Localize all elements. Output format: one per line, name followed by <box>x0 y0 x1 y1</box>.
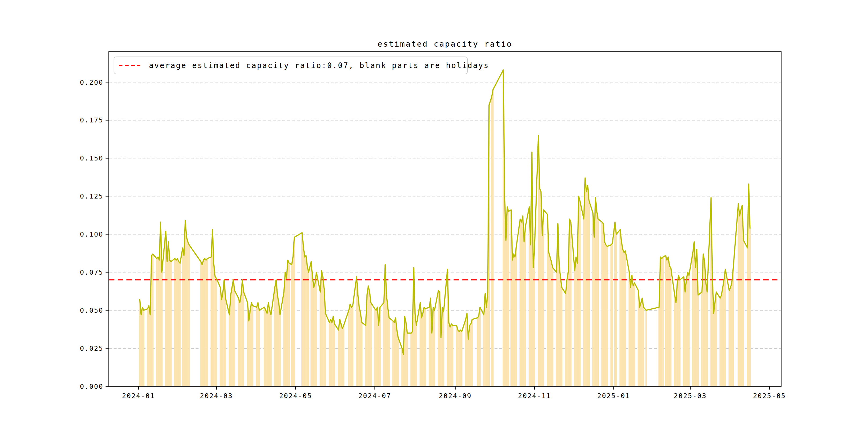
day-bar <box>665 255 666 386</box>
day-bar <box>625 251 626 386</box>
day-bar <box>688 275 689 386</box>
day-bar <box>467 339 469 386</box>
day-bar <box>356 277 358 386</box>
day-bar <box>448 322 450 386</box>
day-bar <box>357 295 359 386</box>
day-bar <box>204 258 206 386</box>
day-bar <box>602 224 604 386</box>
day-bar <box>574 271 576 386</box>
day-bar <box>643 307 644 386</box>
day-bar <box>307 266 308 386</box>
day-bar <box>310 261 312 386</box>
day-bar <box>539 189 540 386</box>
day-bar <box>187 242 189 386</box>
day-bar <box>424 307 425 386</box>
day-bar <box>229 315 230 386</box>
day-bar <box>339 319 341 386</box>
day-bar <box>407 333 408 386</box>
day-bar <box>661 258 662 386</box>
day-bar <box>287 260 288 386</box>
day-bar <box>264 307 265 386</box>
day-bar <box>534 249 535 386</box>
day-bar <box>334 324 335 386</box>
day-bar <box>322 277 323 386</box>
day-bar <box>139 300 141 386</box>
day-bar <box>596 211 597 386</box>
day-bar <box>583 219 585 386</box>
day-bar <box>269 310 270 386</box>
day-bar <box>383 303 384 386</box>
day-bar <box>725 269 726 386</box>
day-bar <box>274 287 275 386</box>
day-bar <box>305 255 307 386</box>
day-bar <box>731 283 733 386</box>
day-bar <box>401 348 403 386</box>
day-bar <box>351 307 352 386</box>
day-bar <box>639 307 640 386</box>
day-bar <box>148 306 150 386</box>
day-bar <box>684 292 686 386</box>
day-bar <box>559 265 560 386</box>
y-tick-label: 0.100 <box>80 230 103 238</box>
day-bar <box>176 260 177 386</box>
day-bar <box>361 322 363 386</box>
day-bar <box>275 280 277 386</box>
day-bar <box>668 257 669 386</box>
day-bar <box>394 322 395 386</box>
day-bar <box>291 265 292 386</box>
day-bar <box>161 272 163 386</box>
day-bar <box>279 315 281 386</box>
legend-label: average estimated capacity ratio:0.07, b… <box>149 61 489 70</box>
day-bar <box>552 268 553 386</box>
day-bar <box>716 292 717 386</box>
day-bar <box>738 204 739 386</box>
day-bar <box>621 242 622 386</box>
day-bar <box>301 233 303 386</box>
day-bar <box>258 310 260 386</box>
day-bar <box>550 257 551 386</box>
day-bar <box>405 322 407 386</box>
day-bar <box>331 322 333 386</box>
day-bar <box>506 207 508 386</box>
day-bar <box>157 257 159 386</box>
day-bar <box>325 313 326 386</box>
day-bar <box>623 252 625 386</box>
day-bar <box>516 246 517 386</box>
day-bar <box>521 222 522 386</box>
day-bar <box>607 246 608 386</box>
day-bar <box>456 326 457 386</box>
day-bar <box>156 258 157 386</box>
day-bar <box>505 240 506 386</box>
day-bar <box>597 219 599 386</box>
day-bar <box>320 292 321 386</box>
day-bar <box>369 292 370 386</box>
x-tick-label: 2025-05 <box>753 392 786 400</box>
day-bar <box>340 324 342 386</box>
day-bar <box>420 303 421 386</box>
day-bar <box>658 307 660 386</box>
day-bar <box>461 332 462 386</box>
day-bar <box>202 265 203 386</box>
day-bar <box>268 303 269 386</box>
y-tick-label: 0.150 <box>80 154 103 162</box>
day-bar <box>638 290 639 386</box>
x-tick-label: 2025-01 <box>597 392 630 400</box>
day-bar <box>438 290 439 386</box>
y-tick-label: 0.000 <box>80 382 103 390</box>
day-bar <box>632 286 634 386</box>
day-bar <box>288 263 290 386</box>
day-bar <box>248 321 249 386</box>
day-bar <box>343 326 344 386</box>
day-bar <box>520 219 521 386</box>
day-bar <box>605 245 607 386</box>
y-tick-label: 0.075 <box>80 269 103 276</box>
day-bar <box>593 237 595 386</box>
day-bar <box>492 90 494 386</box>
day-bar <box>451 324 452 386</box>
day-bar <box>645 310 647 386</box>
day-bar <box>675 303 677 386</box>
day-bar <box>705 283 707 386</box>
day-bar <box>640 303 642 386</box>
day-bar <box>678 275 679 386</box>
day-bar <box>205 260 207 386</box>
